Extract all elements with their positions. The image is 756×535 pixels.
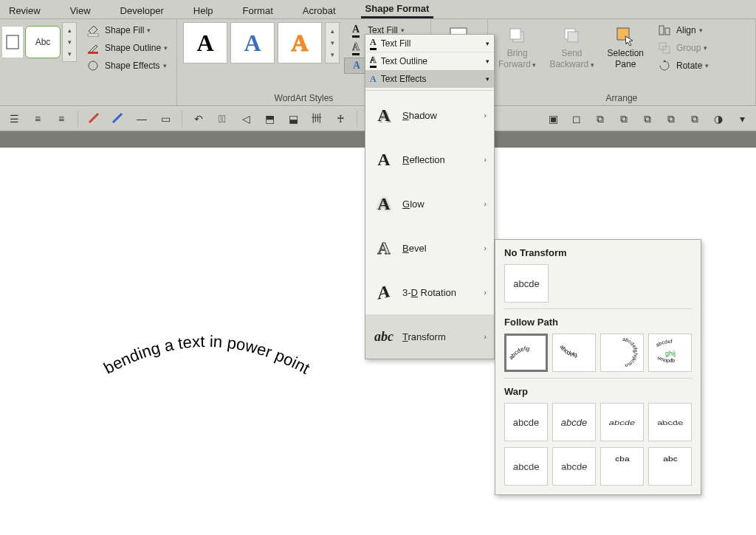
text-effects-icon: A [348,57,365,75]
shape-style-thumb-2[interactable]: Abc [25,26,61,58]
follow-path-arch-up[interactable]: abcdefg [504,334,548,372]
tab-shape-format[interactable]: Shape Format [361,1,434,18]
qat-btn-7[interactable]: ▭ [156,109,175,128]
wordart-style-1[interactable]: A [183,22,227,63]
bring-forward-button[interactable]: Bring Forward [494,22,541,72]
no-transform-tile[interactable]: abcde [504,264,549,303]
qat-btn-11[interactable]: ⬒ [260,109,279,128]
warp-1[interactable]: abcde [504,403,548,441]
send-backward-icon [561,25,583,47]
wordart-gallery-scroll[interactable]: ▴▾▾ [325,22,340,63]
qat-btn-14[interactable]: ♰ [331,109,350,128]
qat-group4[interactable]: ⧉ [638,109,657,128]
qat-group2[interactable]: ⧉ [591,109,610,128]
warp-2[interactable]: abcde [552,403,596,441]
bevel-icon: A [373,237,395,259]
shape-style-thumb-1[interactable] [1,26,24,58]
follow-path-arch-down[interactable]: abcdefg [552,334,596,372]
shape-gallery-scroll[interactable]: ▴▾▾ [62,22,77,62]
qat-btn-13[interactable]: 卌 [307,109,326,128]
svg-rect-7 [510,29,520,39]
svg-rect-12 [665,28,670,35]
group-objects-button[interactable]: Group [653,40,712,56]
svg-point-3 [89,61,97,70]
tab-format[interactable]: Format [238,3,278,18]
qat-btn-6[interactable]: — [132,109,151,128]
qat-crop[interactable]: ▣ [543,109,563,128]
shape-outline-button[interactable]: Shape Outline [81,40,171,56]
curved-text-object[interactable]: bending a text in power point [74,310,340,398]
shape-effects-button[interactable]: Shape Effects [81,58,171,74]
tab-acrobat[interactable]: Acrobat [298,3,340,18]
align-button[interactable]: Align [653,22,712,38]
shape-fill-button[interactable]: Shape Fill [81,22,171,38]
qat-btn-8[interactable]: ↶ [189,109,208,128]
text-outline-icon: A [347,39,365,57]
warp-6[interactable]: abcde [552,447,596,486]
fx-shadow[interactable]: A Shadow› [365,93,494,137]
qat-btn-12[interactable]: ⬓ [284,109,303,128]
selection-pane-button[interactable]: Selection Pane [603,22,648,72]
qat-group1[interactable]: ◻ [567,109,586,128]
shape-outline-label: Shape Outline [105,43,161,53]
wordart-style-3[interactable]: A [278,22,322,63]
qat-group7[interactable]: ◑ [709,109,728,128]
follow-path-header: Follow Path [504,317,692,328]
qat-group8[interactable]: ▾ [732,109,752,128]
follow-path-button[interactable]: abcdef ghij umopdb [648,334,692,372]
group-label-arrange: Arrange [494,92,749,106]
qat-btn-4[interactable] [85,109,104,128]
text-fill-row[interactable]: A Text Fill ▾ [365,35,494,52]
qat-btn-3[interactable]: ≡ [52,109,71,128]
warp-4[interactable]: abcde [648,403,692,441]
svg-text:abcdefghijklmn: abcdefghijklmn [622,336,638,369]
tab-review[interactable]: Review [4,3,45,18]
tab-view[interactable]: View [66,3,95,18]
svg-text:bending a text in power point: bending a text in power point [100,332,312,378]
send-backward-button[interactable]: Send Backward [545,22,598,72]
qat-btn-1[interactable]: ☰ [4,109,24,128]
qat-btn-2[interactable]: ≡ [28,109,47,128]
shape-style-gallery[interactable]: Abc ▴▾▾ [1,22,77,62]
fx-bevel[interactable]: A Bevel› [365,226,494,270]
qat-btn-10[interactable]: ◁ [236,109,255,128]
fx-reflection[interactable]: A Reflection› [365,137,494,182]
transform-panel: No Transform abcde Follow Path abcdefg a… [495,239,701,495]
qat-btn-5[interactable] [109,109,128,128]
tab-help[interactable]: Help [189,3,218,18]
svg-text:abcdefg: abcdefg [558,344,577,358]
pen-icon [84,39,102,57]
fx-transform[interactable]: abc Transform› [365,314,494,359]
rotate-button[interactable]: Rotate [653,58,712,74]
fx-glow[interactable]: A Glow› [365,182,494,226]
svg-rect-2 [88,52,98,54]
group-icon [656,39,673,57]
qat-group5[interactable]: ⧉ [662,109,681,128]
warp-8[interactable]: abcabc [648,447,692,486]
shadow-icon: A [373,104,395,126]
shape-fill-label: Shape Fill [105,25,144,35]
transform-icon: abc [373,325,395,348]
menu-bar: Review View Developer Help Format Acroba… [0,0,756,19]
effects-icon [84,57,102,75]
fx-3d-rotation[interactable]: A 3-D Rotation› [365,270,494,314]
tab-developer[interactable]: Developer [116,3,168,18]
warp-7[interactable]: cbacba [600,447,644,486]
qat-btn-9[interactable]: �⃠ [213,109,232,128]
rotate-icon [656,57,673,75]
follow-path-circle[interactable]: abcdefghijklmn [600,334,644,372]
qat-group3[interactable]: ⧉ [614,109,633,128]
wordart-style-2[interactable]: A [230,22,275,63]
text-effects-menu: A Text Fill ▾ A Text Outline ▾ A Text Ef… [365,34,495,359]
warp-3[interactable]: abcde [600,403,644,441]
bring-forward-icon [506,25,529,47]
warp-5[interactable]: abcde [504,447,548,486]
bucket-icon [84,21,102,39]
svg-rect-9 [568,32,578,42]
text-effects-row[interactable]: A Text Effects ▾ [365,70,494,88]
selection-pane-icon [614,25,636,47]
text-outline-row[interactable]: A Text Outline ▾ [365,52,494,70]
qat-group6[interactable]: ⧉ [685,109,704,128]
group-arrange: Bring Forward Send Backward Selection Pa… [488,19,756,106]
group-label-shapestyles [1,92,171,106]
